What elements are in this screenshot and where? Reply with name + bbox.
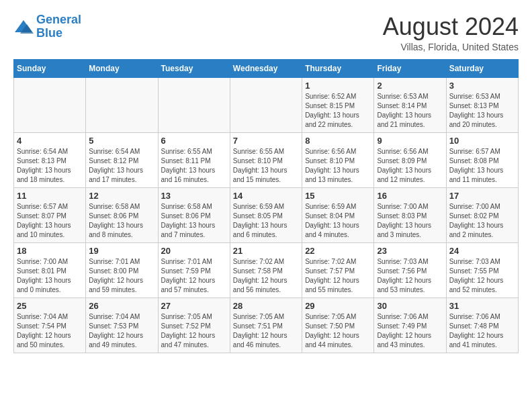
day-of-week-saturday: Saturday (446, 59, 518, 77)
day-info: Sunrise: 7:03 AM Sunset: 7:56 PM Dayligh… (377, 257, 443, 295)
logo-icon (13, 19, 34, 35)
day-number: 18 (17, 246, 83, 256)
day-number: 5 (89, 136, 154, 146)
calendar-cell: 20Sunrise: 7:01 AM Sunset: 7:59 PM Dayli… (158, 242, 230, 298)
day-info: Sunrise: 7:05 AM Sunset: 7:52 PM Dayligh… (161, 312, 227, 350)
day-info: Sunrise: 6:53 AM Sunset: 8:14 PM Dayligh… (377, 92, 443, 130)
day-info: Sunrise: 7:05 AM Sunset: 7:50 PM Dayligh… (305, 312, 371, 350)
day-number: 15 (305, 191, 371, 201)
day-number: 6 (161, 136, 227, 146)
day-number: 25 (17, 301, 83, 311)
calendar-cell: 7Sunrise: 6:55 AM Sunset: 8:10 PM Daylig… (230, 132, 302, 187)
logo-line1: General (36, 13, 81, 26)
day-number: 27 (161, 301, 227, 311)
day-info: Sunrise: 6:59 AM Sunset: 8:04 PM Dayligh… (305, 202, 371, 240)
day-number: 8 (305, 136, 371, 146)
day-info: Sunrise: 6:58 AM Sunset: 8:06 PM Dayligh… (161, 202, 227, 240)
day-of-week-wednesday: Wednesday (230, 59, 302, 77)
day-number: 24 (449, 246, 515, 256)
day-info: Sunrise: 7:02 AM Sunset: 7:58 PM Dayligh… (233, 257, 299, 295)
calendar-cell: 22Sunrise: 7:02 AM Sunset: 7:57 PM Dayli… (302, 242, 374, 298)
calendar-cell: 27Sunrise: 7:05 AM Sunset: 7:52 PM Dayli… (158, 298, 230, 353)
day-number: 23 (377, 246, 443, 256)
day-number: 1 (305, 81, 371, 91)
calendar-cell: 25Sunrise: 7:04 AM Sunset: 7:54 PM Dayli… (14, 298, 86, 353)
day-number: 19 (89, 246, 154, 256)
day-info: Sunrise: 6:56 AM Sunset: 8:09 PM Dayligh… (377, 147, 443, 185)
day-info: Sunrise: 6:52 AM Sunset: 8:15 PM Dayligh… (305, 92, 371, 130)
day-number: 31 (449, 301, 515, 311)
day-number: 4 (17, 136, 83, 146)
calendar-cell: 18Sunrise: 7:00 AM Sunset: 8:01 PM Dayli… (14, 242, 86, 298)
day-info: Sunrise: 6:55 AM Sunset: 8:10 PM Dayligh… (233, 147, 299, 185)
calendar-cell: 31Sunrise: 7:06 AM Sunset: 7:48 PM Dayli… (446, 298, 518, 353)
day-number: 9 (377, 136, 443, 146)
day-info: Sunrise: 7:06 AM Sunset: 7:49 PM Dayligh… (377, 312, 443, 350)
day-of-week-thursday: Thursday (302, 59, 374, 77)
day-number: 11 (17, 191, 83, 201)
day-number: 13 (161, 191, 227, 201)
day-number: 3 (449, 81, 515, 91)
day-number: 30 (377, 301, 443, 311)
calendar-cell: 1Sunrise: 6:52 AM Sunset: 8:15 PM Daylig… (302, 77, 374, 132)
day-number: 7 (233, 136, 299, 146)
day-info: Sunrise: 7:05 AM Sunset: 7:51 PM Dayligh… (233, 312, 299, 350)
calendar-header: SundayMondayTuesdayWednesdayThursdayFrid… (14, 59, 519, 77)
days-of-week-row: SundayMondayTuesdayWednesdayThursdayFrid… (14, 59, 519, 77)
day-info: Sunrise: 7:00 AM Sunset: 8:02 PM Dayligh… (449, 202, 515, 240)
calendar-cell: 28Sunrise: 7:05 AM Sunset: 7:51 PM Dayli… (230, 298, 302, 353)
day-info: Sunrise: 7:00 AM Sunset: 8:01 PM Dayligh… (17, 257, 83, 295)
week-row-5: 25Sunrise: 7:04 AM Sunset: 7:54 PM Dayli… (14, 298, 519, 353)
week-row-4: 18Sunrise: 7:00 AM Sunset: 8:01 PM Dayli… (14, 242, 519, 298)
calendar-cell (14, 77, 86, 132)
calendar-cell: 11Sunrise: 6:57 AM Sunset: 8:07 PM Dayli… (14, 187, 86, 242)
page-header: General Blue August 2024 Villas, Florida… (13, 13, 519, 52)
calendar-cell: 26Sunrise: 7:04 AM Sunset: 7:53 PM Dayli… (86, 298, 158, 353)
calendar-cell: 21Sunrise: 7:02 AM Sunset: 7:58 PM Dayli… (230, 242, 302, 298)
calendar-cell (230, 77, 302, 132)
calendar-cell: 24Sunrise: 7:03 AM Sunset: 7:55 PM Dayli… (446, 242, 518, 298)
calendar-cell: 6Sunrise: 6:55 AM Sunset: 8:11 PM Daylig… (158, 132, 230, 187)
calendar-cell: 4Sunrise: 6:54 AM Sunset: 8:13 PM Daylig… (14, 132, 86, 187)
calendar-cell: 3Sunrise: 6:53 AM Sunset: 8:13 PM Daylig… (446, 77, 518, 132)
day-info: Sunrise: 6:53 AM Sunset: 8:13 PM Dayligh… (449, 92, 515, 130)
calendar-cell: 12Sunrise: 6:58 AM Sunset: 8:06 PM Dayli… (86, 187, 158, 242)
day-info: Sunrise: 6:54 AM Sunset: 8:13 PM Dayligh… (17, 147, 83, 185)
day-number: 14 (233, 191, 299, 201)
calendar-cell: 13Sunrise: 6:58 AM Sunset: 8:06 PM Dayli… (158, 187, 230, 242)
day-info: Sunrise: 6:56 AM Sunset: 8:10 PM Dayligh… (305, 147, 371, 185)
calendar-cell: 15Sunrise: 6:59 AM Sunset: 8:04 PM Dayli… (302, 187, 374, 242)
day-info: Sunrise: 7:00 AM Sunset: 8:03 PM Dayligh… (377, 202, 443, 240)
calendar: SundayMondayTuesdayWednesdayThursdayFrid… (13, 59, 519, 353)
day-of-week-sunday: Sunday (14, 59, 86, 77)
calendar-cell: 29Sunrise: 7:05 AM Sunset: 7:50 PM Dayli… (302, 298, 374, 353)
calendar-cell: 16Sunrise: 7:00 AM Sunset: 8:03 PM Dayli… (374, 187, 446, 242)
main-title: August 2024 (383, 13, 519, 40)
subtitle: Villas, Florida, United States (383, 42, 519, 52)
day-info: Sunrise: 7:01 AM Sunset: 7:59 PM Dayligh… (161, 257, 227, 295)
day-number: 22 (305, 246, 371, 256)
calendar-cell (158, 77, 230, 132)
day-number: 16 (377, 191, 443, 201)
day-info: Sunrise: 7:04 AM Sunset: 7:54 PM Dayligh… (17, 312, 83, 350)
day-number: 17 (449, 191, 515, 201)
calendar-cell: 10Sunrise: 6:57 AM Sunset: 8:08 PM Dayli… (446, 132, 518, 187)
calendar-cell: 23Sunrise: 7:03 AM Sunset: 7:56 PM Dayli… (374, 242, 446, 298)
calendar-cell: 14Sunrise: 6:59 AM Sunset: 8:05 PM Dayli… (230, 187, 302, 242)
day-info: Sunrise: 7:03 AM Sunset: 7:55 PM Dayligh… (449, 257, 515, 295)
day-of-week-friday: Friday (374, 59, 446, 77)
day-number: 29 (305, 301, 371, 311)
day-number: 28 (233, 301, 299, 311)
calendar-cell: 17Sunrise: 7:00 AM Sunset: 8:02 PM Dayli… (446, 187, 518, 242)
day-info: Sunrise: 6:59 AM Sunset: 8:05 PM Dayligh… (233, 202, 299, 240)
day-info: Sunrise: 6:58 AM Sunset: 8:06 PM Dayligh… (89, 202, 154, 240)
week-row-1: 1Sunrise: 6:52 AM Sunset: 8:15 PM Daylig… (14, 77, 519, 132)
title-block: August 2024 Villas, Florida, United Stat… (383, 13, 519, 52)
day-info: Sunrise: 6:54 AM Sunset: 8:12 PM Dayligh… (89, 147, 154, 185)
day-info: Sunrise: 6:57 AM Sunset: 8:08 PM Dayligh… (449, 147, 515, 185)
calendar-cell: 30Sunrise: 7:06 AM Sunset: 7:49 PM Dayli… (374, 298, 446, 353)
day-info: Sunrise: 6:55 AM Sunset: 8:11 PM Dayligh… (161, 147, 227, 185)
calendar-cell: 5Sunrise: 6:54 AM Sunset: 8:12 PM Daylig… (86, 132, 158, 187)
logo-line2: Blue (36, 26, 62, 40)
day-number: 2 (377, 81, 443, 91)
